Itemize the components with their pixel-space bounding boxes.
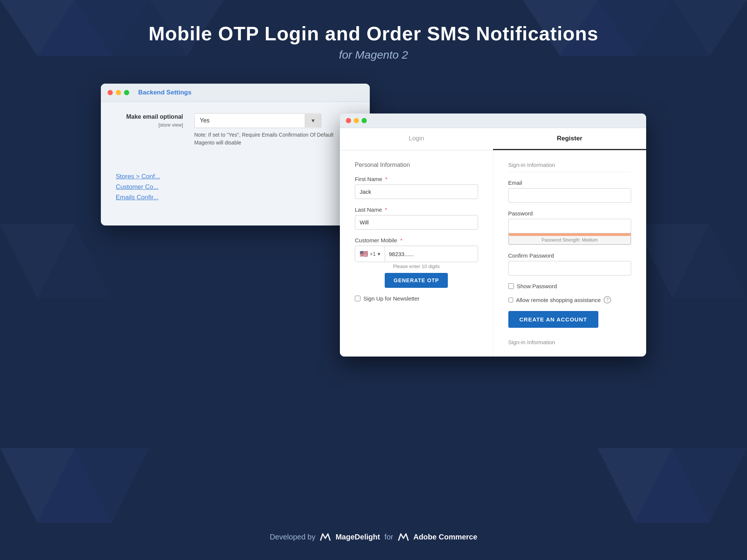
show-password-row: Show Password <box>508 283 632 289</box>
footer: Developed by MageDelight for Adobe Comme… <box>0 532 747 541</box>
register-titlebar <box>340 113 646 128</box>
close-button[interactable] <box>108 90 113 95</box>
password-strength-bar <box>509 233 631 236</box>
newsletter-label: Sign Up for Newsletter <box>363 295 419 302</box>
phone-flag[interactable]: 🇺🇸 +1 ▾ <box>355 246 385 262</box>
form-right: Sign-in Information Email Password Passw… <box>493 150 647 357</box>
form-left: Personal Information First Name * Last N… <box>340 150 493 357</box>
last-name-required: * <box>385 206 387 213</box>
personal-info-title: Personal Information <box>355 162 478 168</box>
register-window: Login Register Personal Information Firs… <box>340 113 646 357</box>
setting-note: Note: If set to "Yes", Require Emails Co… <box>194 131 355 147</box>
password-input[interactable] <box>508 219 632 233</box>
first-name-input[interactable] <box>355 184 478 199</box>
maximize-button[interactable] <box>124 90 129 95</box>
first-name-label: First Name * <box>355 176 478 182</box>
confirm-password-label: Confirm Password <box>508 252 632 259</box>
newsletter-row: Sign Up for Newsletter <box>355 295 478 302</box>
generate-otp-button[interactable]: GENERATE OTP <box>385 273 448 288</box>
help-icon[interactable]: ? <box>604 296 611 304</box>
register-maximize-button[interactable] <box>362 118 367 123</box>
signin-info-bottom: Sign-in Information <box>508 339 632 345</box>
nav-link-stores[interactable]: Stores > Conf... <box>116 173 355 180</box>
newsletter-checkbox[interactable] <box>355 296 360 301</box>
show-password-label: Show Password <box>517 283 557 289</box>
nav-link-emails[interactable]: Emails Confir... <box>116 194 355 201</box>
magedelight-brand: MageDelight <box>335 533 380 541</box>
setting-row: Make email optional [store view] Yes ▼ N… <box>116 113 355 147</box>
main-content: Backend Settings Make email optional [st… <box>0 76 747 357</box>
show-password-checkbox[interactable] <box>508 283 514 289</box>
remote-assistance-checkbox[interactable] <box>508 298 513 302</box>
tab-register[interactable]: Register <box>493 128 646 150</box>
phone-hint: Please enter 10 digits <box>355 264 478 269</box>
page-title: Mobile OTP Login and Order SMS Notificat… <box>7 22 740 45</box>
tabs: Login Register <box>340 128 646 150</box>
register-form-body: Personal Information First Name * Last N… <box>340 150 646 357</box>
page-header: Mobile OTP Login and Order SMS Notificat… <box>0 0 747 76</box>
password-label: Password <box>508 210 632 217</box>
last-name-group: Last Name * <box>355 206 478 230</box>
backend-window: Backend Settings Make email optional [st… <box>101 84 370 225</box>
backend-titlebar: Backend Settings <box>101 84 370 102</box>
minimize-button[interactable] <box>116 90 121 95</box>
email-input[interactable] <box>508 188 632 203</box>
nav-links: Stores > Conf... Customer Co... Emails C… <box>116 165 355 201</box>
email-label: Email <box>508 180 632 186</box>
setting-control: Yes ▼ Note: If set to "Yes", Require Ema… <box>194 113 355 147</box>
nav-link-customer[interactable]: Customer Co... <box>116 183 355 191</box>
setting-label: Make email optional [store view] <box>116 113 183 129</box>
email-group: Email <box>508 180 632 203</box>
register-close-button[interactable] <box>346 118 351 123</box>
confirm-password-input[interactable] <box>508 261 632 276</box>
phone-dropdown-icon: ▾ <box>378 251 380 257</box>
select-arrow-icon: ▼ <box>305 114 321 127</box>
magedelight-logo <box>320 532 331 541</box>
last-name-input[interactable] <box>355 215 478 230</box>
mobile-required: * <box>400 237 403 243</box>
remote-assistance-label: Allow remote shopping assistance <box>516 297 601 303</box>
adobe-commerce-brand: Adobe Commerce <box>413 533 477 541</box>
mobile-label: Customer Mobile * <box>355 237 478 243</box>
footer-text: Developed by MageDelight for Adobe Comme… <box>0 532 747 541</box>
backend-window-body: Make email optional [store view] Yes ▼ N… <box>101 102 370 215</box>
phone-wrapper: 🇺🇸 +1 ▾ <box>355 246 478 262</box>
register-minimize-button[interactable] <box>354 118 359 123</box>
first-name-group: First Name * <box>355 176 478 199</box>
backend-window-title: Backend Settings <box>138 89 192 96</box>
mobile-group: Customer Mobile * 🇺🇸 +1 ▾ Please enter 1… <box>355 237 478 288</box>
tab-login[interactable]: Login <box>340 128 493 150</box>
email-optional-select[interactable]: Yes ▼ <box>194 113 321 128</box>
create-account-button[interactable]: CREATE AN ACCOUNT <box>508 311 598 328</box>
remote-assistance-row: Allow remote shopping assistance ? <box>508 296 632 304</box>
last-name-label: Last Name * <box>355 206 478 213</box>
phone-code: +1 <box>370 251 376 257</box>
page-subtitle: for Magento 2 <box>7 49 740 61</box>
confirm-password-group: Confirm Password <box>508 252 632 276</box>
phone-input[interactable] <box>385 247 478 261</box>
first-name-required: * <box>385 176 388 182</box>
password-strength-label: Password Strength: Medium <box>509 236 631 245</box>
signin-info-title: Sign-in Information <box>508 162 632 172</box>
us-flag-icon: 🇺🇸 <box>360 250 368 258</box>
adobe-commerce-logo <box>398 532 409 541</box>
password-group: Password Password Strength: Medium <box>508 210 632 245</box>
